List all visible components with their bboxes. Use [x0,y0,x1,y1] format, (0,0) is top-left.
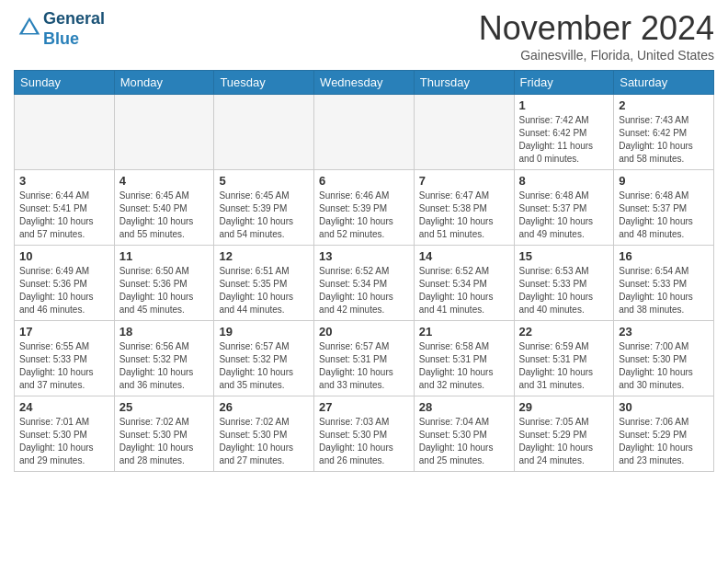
day-info: Sunrise: 6:58 AMSunset: 5:31 PMDaylight:… [419,340,509,392]
day-info: Sunrise: 6:52 AMSunset: 5:34 PMDaylight:… [419,265,509,316]
logo: General Blue [14,9,105,49]
weekday-header-wednesday: Wednesday [314,71,415,95]
day-number: 18 [119,325,210,339]
logo-icon [16,14,43,41]
title-block: November 2024 Gainesville, Florida, Unit… [479,9,714,63]
calendar-cell: 8Sunrise: 6:48 AMSunset: 5:37 PMDaylight… [514,170,614,246]
calendar-cell: 17Sunrise: 6:55 AMSunset: 5:33 PMDayligh… [15,321,115,396]
day-number: 26 [219,400,309,414]
calendar-week-row: 10Sunrise: 6:49 AMSunset: 5:36 PMDayligh… [15,246,714,321]
day-info: Sunrise: 7:03 AMSunset: 5:30 PMDaylight:… [319,416,409,467]
day-info: Sunrise: 6:44 AMSunset: 5:41 PMDaylight:… [19,190,109,241]
calendar-cell: 21Sunrise: 6:58 AMSunset: 5:31 PMDayligh… [414,321,514,396]
day-info: Sunrise: 6:48 AMSunset: 5:37 PMDaylight:… [619,190,709,241]
day-number: 28 [419,400,509,414]
calendar-week-row: 1Sunrise: 7:42 AMSunset: 6:42 PMDaylight… [15,95,714,170]
calendar-cell: 26Sunrise: 7:02 AMSunset: 5:30 PMDayligh… [214,396,314,472]
day-number: 2 [619,98,709,112]
day-info: Sunrise: 6:52 AMSunset: 5:34 PMDaylight:… [319,265,409,316]
calendar-cell: 9Sunrise: 6:48 AMSunset: 5:37 PMDaylight… [614,170,714,246]
day-info: Sunrise: 6:45 AMSunset: 5:39 PMDaylight:… [219,190,309,241]
day-number: 5 [219,174,309,188]
calendar-cell: 5Sunrise: 6:45 AMSunset: 5:39 PMDaylight… [214,170,314,246]
calendar-cell: 13Sunrise: 6:52 AMSunset: 5:34 PMDayligh… [314,246,415,321]
calendar-cell [414,95,514,170]
location-text: Gainesville, Florida, United States [479,48,714,63]
calendar-table: SundayMondayTuesdayWednesdayThursdayFrid… [14,70,714,472]
day-info: Sunrise: 6:56 AMSunset: 5:32 PMDaylight:… [119,340,210,392]
calendar-cell: 15Sunrise: 6:53 AMSunset: 5:33 PMDayligh… [514,246,614,321]
calendar-cell: 18Sunrise: 6:56 AMSunset: 5:32 PMDayligh… [114,321,214,396]
page-header: General Blue November 2024 Gainesville, … [14,9,714,63]
calendar-cell: 6Sunrise: 6:46 AMSunset: 5:39 PMDaylight… [314,170,415,246]
calendar-cell: 7Sunrise: 6:47 AMSunset: 5:38 PMDaylight… [414,170,514,246]
day-number: 11 [119,249,210,263]
day-number: 4 [119,174,210,188]
day-info: Sunrise: 6:45 AMSunset: 5:40 PMDaylight:… [119,190,210,241]
day-number: 27 [319,400,409,414]
day-info: Sunrise: 7:02 AMSunset: 5:30 PMDaylight:… [119,416,210,467]
day-number: 30 [619,400,709,414]
day-info: Sunrise: 6:55 AMSunset: 5:33 PMDaylight:… [19,340,109,392]
day-number: 14 [419,249,509,263]
weekday-header-friday: Friday [514,71,614,95]
day-number: 23 [619,325,709,339]
day-number: 29 [519,400,609,414]
calendar-cell: 14Sunrise: 6:52 AMSunset: 5:34 PMDayligh… [414,246,514,321]
day-number: 1 [519,98,609,112]
calendar-cell [314,95,415,170]
day-number: 12 [219,249,309,263]
calendar-cell: 22Sunrise: 6:59 AMSunset: 5:31 PMDayligh… [514,321,614,396]
calendar-cell: 25Sunrise: 7:02 AMSunset: 5:30 PMDayligh… [114,396,214,472]
calendar-cell [214,95,314,170]
day-info: Sunrise: 6:57 AMSunset: 5:32 PMDaylight:… [219,340,309,392]
day-number: 22 [519,325,609,339]
calendar-cell: 3Sunrise: 6:44 AMSunset: 5:41 PMDaylight… [15,170,115,246]
calendar-cell: 10Sunrise: 6:49 AMSunset: 5:36 PMDayligh… [15,246,115,321]
day-info: Sunrise: 7:04 AMSunset: 5:30 PMDaylight:… [419,416,509,467]
logo-text: General Blue [43,9,105,49]
day-info: Sunrise: 7:05 AMSunset: 5:29 PMDaylight:… [519,416,609,467]
calendar-cell: 11Sunrise: 6:50 AMSunset: 5:36 PMDayligh… [114,246,214,321]
calendar-cell: 16Sunrise: 6:54 AMSunset: 5:33 PMDayligh… [614,246,714,321]
day-info: Sunrise: 6:47 AMSunset: 5:38 PMDaylight:… [419,190,509,241]
weekday-header-thursday: Thursday [414,71,514,95]
calendar-cell [15,95,115,170]
day-info: Sunrise: 7:43 AMSunset: 6:42 PMDaylight:… [619,114,709,166]
day-number: 13 [319,249,409,263]
day-number: 21 [419,325,509,339]
day-number: 9 [619,174,709,188]
calendar-week-row: 24Sunrise: 7:01 AMSunset: 5:30 PMDayligh… [15,396,714,472]
day-info: Sunrise: 6:49 AMSunset: 5:36 PMDaylight:… [19,265,109,316]
calendar-cell: 23Sunrise: 7:00 AMSunset: 5:30 PMDayligh… [614,321,714,396]
calendar-week-row: 3Sunrise: 6:44 AMSunset: 5:41 PMDaylight… [15,170,714,246]
day-number: 15 [519,249,609,263]
calendar-cell: 20Sunrise: 6:57 AMSunset: 5:31 PMDayligh… [314,321,415,396]
day-info: Sunrise: 7:00 AMSunset: 5:30 PMDaylight:… [619,340,709,392]
weekday-header-tuesday: Tuesday [214,71,314,95]
calendar-cell: 24Sunrise: 7:01 AMSunset: 5:30 PMDayligh… [15,396,115,472]
calendar-cell: 30Sunrise: 7:06 AMSunset: 5:29 PMDayligh… [614,396,714,472]
calendar-cell: 28Sunrise: 7:04 AMSunset: 5:30 PMDayligh… [414,396,514,472]
day-info: Sunrise: 6:46 AMSunset: 5:39 PMDaylight:… [319,190,409,241]
day-number: 6 [319,174,409,188]
day-info: Sunrise: 6:51 AMSunset: 5:35 PMDaylight:… [219,265,309,316]
calendar-cell [114,95,214,170]
day-number: 24 [19,400,109,414]
day-info: Sunrise: 7:06 AMSunset: 5:29 PMDaylight:… [619,416,709,467]
day-info: Sunrise: 6:59 AMSunset: 5:31 PMDaylight:… [519,340,609,392]
calendar-cell: 1Sunrise: 7:42 AMSunset: 6:42 PMDaylight… [514,95,614,170]
day-info: Sunrise: 6:53 AMSunset: 5:33 PMDaylight:… [519,265,609,316]
day-info: Sunrise: 6:50 AMSunset: 5:36 PMDaylight:… [119,265,210,316]
day-info: Sunrise: 7:01 AMSunset: 5:30 PMDaylight:… [19,416,109,467]
day-number: 8 [519,174,609,188]
day-info: Sunrise: 6:48 AMSunset: 5:37 PMDaylight:… [519,190,609,241]
day-info: Sunrise: 6:54 AMSunset: 5:33 PMDaylight:… [619,265,709,316]
day-number: 25 [119,400,210,414]
day-number: 10 [19,249,109,263]
day-info: Sunrise: 6:57 AMSunset: 5:31 PMDaylight:… [319,340,409,392]
weekday-header-sunday: Sunday [15,71,115,95]
day-info: Sunrise: 7:02 AMSunset: 5:30 PMDaylight:… [219,416,309,467]
calendar-cell: 19Sunrise: 6:57 AMSunset: 5:32 PMDayligh… [214,321,314,396]
day-number: 17 [19,325,109,339]
